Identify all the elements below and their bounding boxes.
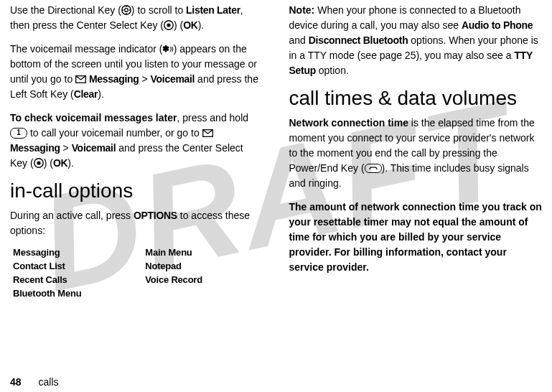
ok-label: OK — [183, 19, 197, 31]
messaging-label: Messaging — [89, 73, 139, 85]
note-label: Note: — [289, 4, 315, 16]
text: ). — [198, 19, 205, 31]
para-scroll-listen-later: Use the Directional Key () to scroll to … — [10, 3, 263, 33]
text: ) ( — [174, 19, 183, 31]
para-billing-disclaimer: The amount of network connection time yo… — [289, 200, 543, 275]
right-column: Note: When your phone is connected to a … — [276, 3, 543, 392]
envelope-icon — [202, 129, 213, 137]
text: to call your voicemail number, or go to — [27, 127, 202, 139]
keycap-1-icon: 1 — [10, 128, 27, 139]
envelope-icon — [75, 75, 86, 83]
text: ). — [67, 157, 74, 169]
para-check-vm-later: To check voicemail messages later, press… — [10, 111, 263, 171]
clear-label: Clear — [74, 88, 98, 100]
option-recent-calls: Recent Calls — [13, 274, 131, 285]
options-label: OPTIONS — [134, 210, 177, 221]
asterisk-icon: ✽ — [162, 42, 169, 55]
disconnect-bt-label: Disconnect Bluetooth — [309, 34, 408, 46]
svg-point-1 — [124, 9, 128, 12]
option-contact-list: Contact List — [13, 261, 131, 271]
option-notepad: Notepad — [145, 261, 263, 271]
text: , press and hold — [177, 112, 248, 123]
text: and — [289, 34, 309, 46]
network-time-label: Network connection time — [289, 117, 408, 129]
heading-in-call-options: in-call options — [10, 179, 263, 202]
left-column: Use the Directional Key () to scroll to … — [10, 3, 276, 392]
audio-to-phone-label: Audio to Phone — [462, 19, 533, 31]
center-select-key-icon — [34, 158, 44, 168]
directional-key-icon — [121, 5, 131, 15]
text: > — [60, 142, 72, 154]
ok-label: OK — [53, 157, 67, 169]
options-grid: Messaging Main Menu Contact List Notepad… — [13, 247, 263, 299]
listen-later-label: Listen Later — [186, 4, 240, 16]
svg-point-7 — [37, 162, 40, 165]
text: option. — [316, 65, 349, 76]
option-messaging: Messaging — [13, 247, 131, 258]
voicemail-indicator-icon: ✽)) — [162, 42, 173, 55]
para-note-bluetooth: Note: When your phone is connected to a … — [289, 3, 543, 78]
text: The voicemail message indicator ( — [10, 43, 162, 55]
text: > — [139, 73, 151, 85]
text: ) to scroll to — [131, 4, 186, 16]
text: During an active call, press — [10, 210, 134, 221]
check-vm-heading: To check voicemail messages later — [10, 112, 177, 123]
svg-point-3 — [167, 24, 170, 27]
messaging-label: Messaging — [10, 142, 60, 154]
option-voice-record: Voice Record — [145, 274, 263, 285]
text: ). — [98, 88, 104, 100]
center-select-key-icon — [164, 20, 174, 30]
option-main-menu: Main Menu — [145, 247, 263, 258]
text: Use the Directional Key ( — [10, 4, 121, 16]
para-vm-indicator: The voicemail message indicator (✽))) ap… — [10, 42, 263, 102]
para-in-call-options: During an active call, press OPTIONS to … — [10, 208, 263, 238]
heading-call-times: call times & data volumes — [289, 87, 543, 110]
option-bluetooth-menu: Bluetooth Menu — [13, 288, 131, 299]
para-network-time: Network connection time is the elapsed t… — [289, 116, 543, 191]
text: ) ( — [44, 157, 53, 169]
voicemail-label: Voicemail — [151, 73, 195, 85]
power-end-key-icon — [365, 164, 382, 173]
page-content: Use the Directional Key () to scroll to … — [0, 0, 552, 392]
voicemail-label: Voicemail — [72, 142, 116, 154]
